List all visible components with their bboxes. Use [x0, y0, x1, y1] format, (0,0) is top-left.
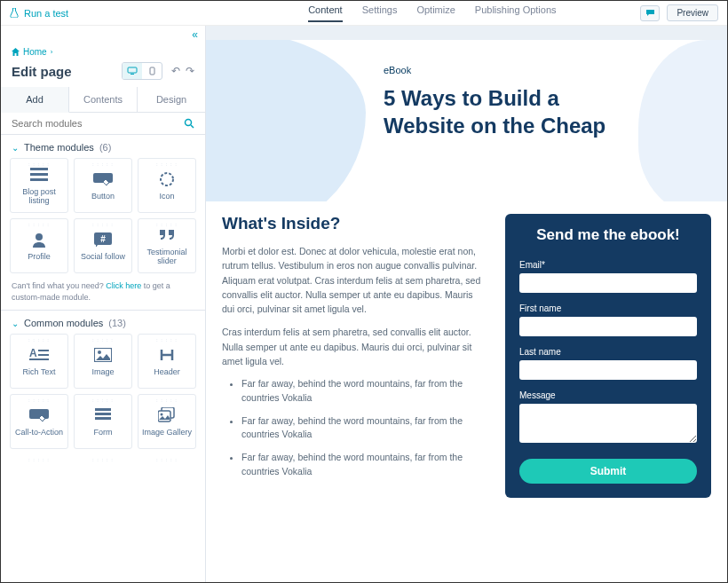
search-input[interactable]: [12, 118, 184, 129]
svg-rect-6: [30, 173, 48, 176]
svg-point-9: [161, 173, 173, 185]
desktop-icon[interactable]: [123, 63, 142, 79]
inside-para-2: Cras interdum felis at sem pharetra, sed…: [222, 325, 487, 368]
input-message[interactable]: [519, 404, 697, 443]
heading-icon: [160, 345, 174, 365]
svg-text:A: A: [29, 348, 37, 359]
tab-content[interactable]: Content: [308, 4, 343, 22]
svg-rect-16: [29, 358, 49, 360]
hero-eyebrow: eBook: [384, 65, 605, 75]
list-icon: [30, 165, 48, 185]
run-test-link[interactable]: Run a test: [10, 8, 68, 19]
module-profile[interactable]: : : : : : Profile: [10, 218, 68, 273]
module-image-gallery[interactable]: : : : : : Image Gallery: [138, 394, 196, 449]
section-common-modules[interactable]: ⌄ Common modules (13): [1, 311, 205, 334]
form-icon: [95, 406, 111, 425]
circle-dashed-icon: [159, 169, 175, 189]
module-button[interactable]: : : : : : Button: [74, 158, 132, 213]
home-icon: [12, 48, 20, 56]
text-lines-icon: A: [29, 345, 49, 365]
module-header[interactable]: : : : : : Header: [138, 334, 196, 389]
chevron-down-icon: ⌄: [12, 319, 19, 328]
label-last-name: Last name: [519, 347, 697, 357]
module-image[interactable]: : : : : : Image: [74, 334, 132, 389]
subtab-contents[interactable]: Contents: [69, 87, 138, 113]
module-placeholder[interactable]: : : : : :: [138, 454, 196, 472]
module-placeholder[interactable]: : : : : :: [74, 454, 132, 472]
svg-rect-14: [38, 350, 49, 351]
device-toggle[interactable]: [122, 62, 162, 80]
preview-button[interactable]: Preview: [667, 4, 718, 21]
subtab-design[interactable]: Design: [138, 87, 205, 113]
tab-settings[interactable]: Settings: [362, 4, 398, 22]
module-cta[interactable]: : : : : : Call-to-Action: [10, 394, 68, 449]
user-icon: [31, 230, 47, 249]
svg-point-18: [98, 351, 101, 354]
chevron-right-icon: ›: [51, 48, 53, 56]
form-card: Send me the ebook! Email* First name Las…: [505, 214, 711, 498]
svg-rect-0: [128, 67, 137, 73]
image-icon: [94, 345, 112, 365]
hero-blob-right: [638, 40, 727, 201]
svg-rect-20: [95, 408, 111, 411]
hero-blob-left: [206, 40, 366, 201]
help-text: Can't find what you need? Click here to …: [1, 273, 205, 311]
tab-publishing-options[interactable]: Publishing Options: [475, 4, 557, 22]
module-placeholder[interactable]: : : : : :: [10, 454, 68, 472]
page-title: Edit page: [12, 64, 72, 79]
module-form[interactable]: : : : : : Form: [74, 394, 132, 449]
inside-para-1: Morbi et dolor est. Donec at dolor vehic…: [222, 244, 487, 316]
comments-button[interactable]: [640, 5, 660, 21]
breadcrumb[interactable]: Home ›: [1, 43, 205, 59]
svg-rect-5: [30, 168, 48, 170]
input-last-name[interactable]: [519, 360, 697, 380]
label-email: Email*: [519, 260, 697, 270]
chevron-down-icon: ⌄: [12, 143, 19, 153]
svg-point-25: [161, 414, 163, 416]
svg-line-4: [191, 125, 194, 128]
collapse-sidebar-icon[interactable]: «: [192, 28, 198, 41]
label-first-name: First name: [519, 303, 697, 313]
subtab-add[interactable]: Add: [1, 87, 69, 113]
svg-point-10: [36, 233, 43, 240]
svg-rect-21: [95, 413, 111, 415]
hashtag-icon: #: [94, 230, 112, 249]
inside-bullet: Far far away, behind the word mountains,…: [241, 377, 487, 406]
svg-rect-22: [95, 417, 111, 420]
section-theme-modules[interactable]: ⌄ Theme modules (6): [1, 135, 205, 158]
svg-text:#: #: [100, 234, 106, 244]
form-title: Send me the ebook!: [519, 226, 697, 244]
inside-heading: What's Inside?: [222, 214, 487, 233]
module-rich-text[interactable]: : : : : : A Rich Text: [10, 334, 68, 389]
module-testimonial-slider[interactable]: : : : : : Testimonial slider: [138, 218, 196, 273]
input-first-name[interactable]: [519, 317, 697, 336]
mobile-icon[interactable]: [142, 63, 162, 79]
input-email[interactable]: [519, 273, 697, 293]
cta-icon: [29, 406, 49, 425]
inside-bullet: Far far away, behind the word mountains,…: [241, 414, 487, 443]
svg-rect-24: [158, 411, 170, 421]
redo-button[interactable]: ↷: [186, 65, 194, 77]
module-social-follow[interactable]: : : : : : # Social follow: [74, 218, 132, 273]
click-here-link[interactable]: Click here: [106, 281, 141, 290]
module-blog-post-listing[interactable]: : : : : : Blog post listing: [10, 158, 68, 213]
button-icon: [93, 169, 113, 189]
tab-optimize[interactable]: Optimize: [416, 4, 455, 22]
svg-point-3: [186, 120, 192, 126]
svg-rect-1: [131, 74, 134, 75]
svg-rect-15: [38, 354, 49, 356]
svg-rect-7: [30, 178, 48, 181]
inside-bullet: Far far away, behind the word mountains,…: [241, 451, 487, 479]
gallery-icon: [158, 406, 176, 425]
module-icon[interactable]: : : : : : Icon: [138, 158, 196, 213]
search-icon[interactable]: [184, 118, 194, 129]
svg-rect-2: [150, 67, 154, 75]
undo-button[interactable]: ↶: [171, 65, 180, 77]
hero-title: 5 Ways to Build a Website on the Cheap: [384, 84, 605, 139]
comment-icon: [645, 9, 655, 18]
quote-icon: [158, 225, 176, 245]
flask-icon: [10, 8, 19, 18]
label-message: Message: [519, 390, 697, 400]
submit-button[interactable]: Submit: [519, 459, 697, 484]
